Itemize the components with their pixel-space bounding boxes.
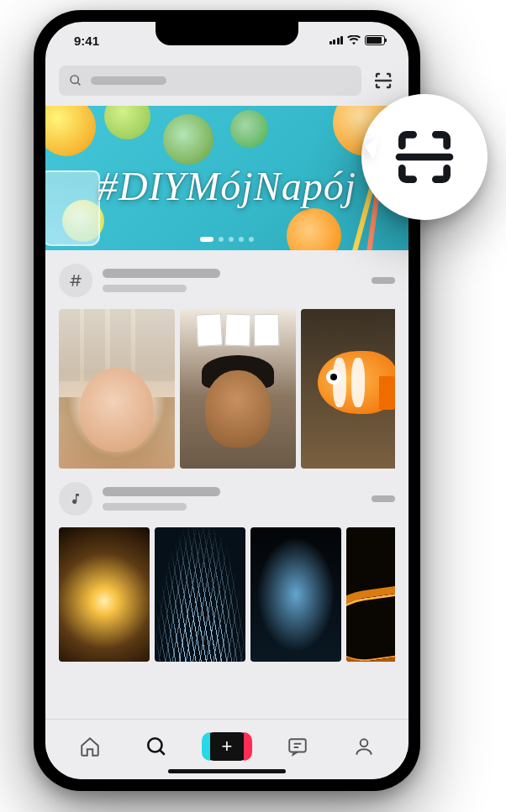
decor-fruit [230, 110, 268, 148]
search-row [45, 59, 408, 106]
scan-icon-large [391, 123, 458, 191]
nav-inbox[interactable] [281, 730, 314, 763]
home-indicator [168, 769, 286, 773]
trend-section [45, 250, 408, 469]
nav-create[interactable]: + [205, 732, 249, 761]
featured-banner[interactable]: #DIYMójNapój [45, 106, 408, 250]
music-note-icon [59, 482, 92, 516]
section-header[interactable] [59, 264, 395, 297]
section-header[interactable] [59, 482, 395, 516]
search-icon [69, 74, 82, 87]
scan-icon [373, 71, 393, 91]
svg-line-5 [77, 275, 79, 286]
decor-fruit [163, 114, 213, 165]
svg-point-11 [360, 739, 367, 747]
decor-fruit [45, 106, 96, 156]
search-placeholder-skeleton [91, 76, 166, 85]
video-thumbnail[interactable] [346, 527, 395, 662]
sound-section [45, 469, 408, 662]
svg-line-4 [72, 275, 74, 286]
svg-rect-8 [290, 739, 307, 752]
section-more[interactable] [372, 495, 395, 502]
video-thumbnail[interactable] [250, 527, 341, 662]
section-title-skeleton [103, 487, 361, 511]
decor-fruit [104, 106, 150, 139]
nav-discover[interactable] [140, 730, 173, 763]
pager-dots [45, 237, 408, 242]
section-title-skeleton [103, 269, 361, 292]
svg-line-7 [160, 750, 164, 754]
notch [155, 22, 298, 45]
wifi-icon [347, 35, 361, 45]
decor-fruit [287, 208, 341, 250]
video-thumbnail[interactable] [301, 309, 395, 469]
status-indicators [329, 35, 386, 45]
section-more[interactable] [372, 277, 395, 284]
video-thumbnail[interactable] [155, 527, 245, 662]
nav-profile[interactable] [347, 730, 381, 763]
svg-line-1 [77, 82, 80, 85]
svg-point-6 [148, 738, 161, 752]
status-time: 9:41 [74, 34, 99, 48]
battery-icon [365, 35, 385, 45]
search-input[interactable] [59, 65, 361, 96]
video-row[interactable] [59, 527, 395, 662]
nav-home[interactable] [73, 730, 107, 763]
svg-point-0 [71, 76, 78, 83]
plus-icon: + [222, 737, 233, 756]
banner-hashtag: #DIYMójNapój [45, 162, 408, 208]
video-row[interactable] [59, 309, 395, 469]
phone-frame: 9:41 [34, 10, 420, 791]
scan-callout [361, 94, 488, 220]
cellular-icon [329, 36, 344, 45]
video-thumbnail[interactable] [180, 309, 296, 469]
video-thumbnail[interactable] [59, 527, 150, 662]
scan-button[interactable] [372, 69, 395, 92]
video-thumbnail[interactable] [59, 309, 175, 469]
hashtag-icon [59, 264, 92, 297]
